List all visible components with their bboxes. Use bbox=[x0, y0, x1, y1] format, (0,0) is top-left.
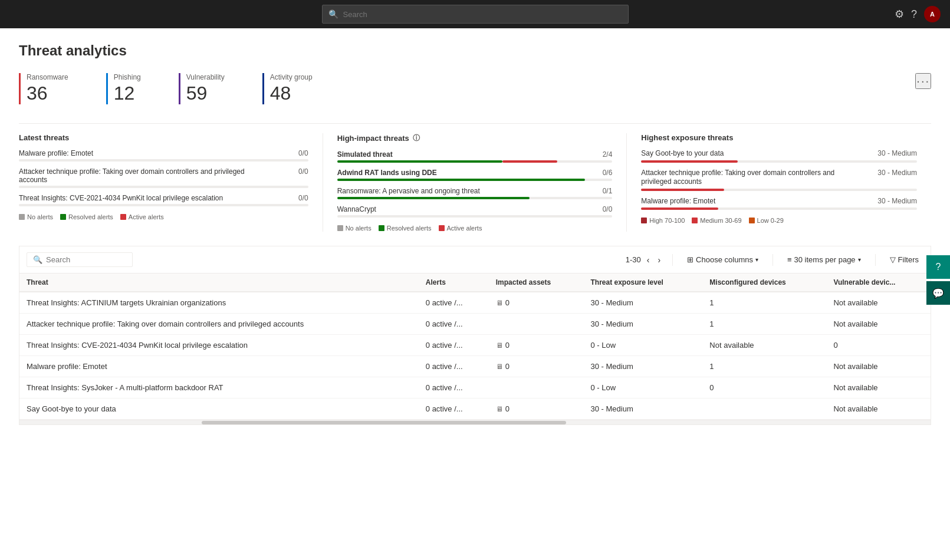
list-item: Simulated threat 2/4 bbox=[337, 150, 613, 163]
choose-columns-button[interactable]: ⊞ Choose columns ▾ bbox=[682, 253, 763, 266]
latest-legend: No alerts Resolved alerts Active alerts bbox=[19, 213, 308, 220]
threats-table: Threat Alerts Impacted assets Threat exp… bbox=[19, 274, 931, 420]
cell-alerts: 0 active /... bbox=[419, 356, 489, 377]
stat-phishing: Phishing 12 bbox=[106, 73, 160, 104]
feedback-button-1[interactable]: ? bbox=[926, 255, 950, 279]
ellipsis-menu-button[interactable]: ··· bbox=[915, 73, 931, 89]
cell-threat: Attacker technique profile: Taking over … bbox=[19, 314, 419, 335]
stat-phishing-label: Phishing bbox=[114, 73, 141, 81]
divider bbox=[875, 254, 876, 266]
cell-alerts: 0 active /... bbox=[419, 398, 489, 420]
cell-vulnerable: Not available bbox=[826, 314, 931, 335]
stat-vulnerability: Vulnerability 59 bbox=[179, 73, 244, 104]
list-icon: ≡ bbox=[787, 255, 792, 264]
cell-exposure: 30 - Medium bbox=[584, 314, 703, 335]
col-impacted[interactable]: Impacted assets bbox=[489, 274, 584, 292]
chevron-down-icon: ▾ bbox=[858, 256, 861, 263]
list-item: Adwind RAT lands using DDE 0/6 bbox=[337, 169, 613, 181]
stat-ransomware: Ransomware 36 bbox=[19, 73, 87, 104]
cell-threat[interactable]: Threat Insights: CVE-2021-4034 PwnKit lo… bbox=[19, 335, 419, 356]
col-exposure[interactable]: Threat exposure level bbox=[584, 274, 703, 292]
table-row: Threat Insights: CVE-2021-4034 PwnKit lo… bbox=[19, 335, 931, 356]
device-icon: 🖥 bbox=[496, 299, 503, 307]
cell-exposure: 0 - Low bbox=[584, 377, 703, 398]
filter-icon: ▽ bbox=[890, 255, 896, 264]
cell-threat: Malware profile: Emotet bbox=[19, 356, 419, 377]
cell-impacted: 🖥0 bbox=[489, 356, 584, 377]
latest-threats-section: Latest threats Malware profile: Emotet 0… bbox=[19, 133, 323, 232]
cell-threat[interactable]: Threat Insights: ACTINIUM targets Ukrain… bbox=[19, 292, 419, 314]
next-page-button[interactable]: › bbox=[655, 254, 663, 266]
threat-sections: Latest threats Malware profile: Emotet 0… bbox=[19, 123, 931, 232]
cell-impacted: 🖥0 bbox=[489, 335, 584, 356]
high-impact-section: High-impact threats ⓘ Simulated threat 2… bbox=[323, 133, 627, 232]
chevron-down-icon: ▾ bbox=[755, 256, 758, 263]
items-per-page-button[interactable]: ≡ 30 items per page ▾ bbox=[783, 253, 866, 266]
cell-alerts: 0 active /... bbox=[419, 292, 489, 314]
cell-exposure: 30 - Medium bbox=[584, 398, 703, 420]
stat-phishing-value: 12 bbox=[114, 83, 141, 104]
col-vulnerable[interactable]: Vulnerable devic... bbox=[826, 274, 931, 292]
stat-ransomware-value: 36 bbox=[27, 83, 68, 104]
cell-misconfigured: Not available bbox=[702, 335, 826, 356]
stat-vulnerability-label: Vulnerability bbox=[186, 73, 225, 81]
stat-vulnerability-value: 59 bbox=[186, 83, 225, 104]
cell-vulnerable: Not available bbox=[826, 377, 931, 398]
feedback-button-2[interactable]: 💬 bbox=[926, 281, 950, 305]
table-header-row: Threat Alerts Impacted assets Threat exp… bbox=[19, 274, 931, 292]
cell-impacted bbox=[489, 377, 584, 398]
col-alerts[interactable]: Alerts bbox=[419, 274, 489, 292]
stats-row: Ransomware 36 Phishing 12 Vulnerability … bbox=[19, 73, 931, 104]
filters-button[interactable]: ▽ Filters bbox=[885, 253, 923, 266]
stat-activity-label: Activity group bbox=[270, 73, 313, 81]
cell-misconfigured: 1 bbox=[702, 356, 826, 377]
page-title: Threat analytics bbox=[19, 42, 931, 59]
topbar: 🔍 ⚙ ? A bbox=[0, 0, 950, 28]
exposure-title: Highest exposure threats bbox=[641, 133, 917, 142]
global-search-input[interactable] bbox=[343, 10, 622, 19]
table-wrapper: Threat Alerts Impacted assets Threat exp… bbox=[19, 274, 931, 420]
global-search-box[interactable]: 🔍 bbox=[322, 5, 629, 24]
settings-button[interactable]: ⚙ bbox=[895, 8, 904, 21]
cell-alerts: 0 active /... bbox=[419, 377, 489, 398]
device-icon: 🖥 bbox=[496, 363, 503, 371]
info-icon: ⓘ bbox=[413, 133, 420, 143]
table-search-input[interactable] bbox=[46, 255, 126, 264]
main-content: Threat analytics Ransomware 36 Phishing … bbox=[0, 28, 950, 560]
list-item: Say Goot-bye to your data 30 - Medium bbox=[641, 149, 917, 163]
list-item: Malware profile: Emotet 30 - Medium bbox=[641, 197, 917, 210]
horizontal-scrollbar[interactable] bbox=[19, 420, 931, 424]
latest-threats-title: Latest threats bbox=[19, 133, 308, 142]
columns-icon: ⊞ bbox=[687, 255, 693, 264]
stat-ransomware-label: Ransomware bbox=[27, 73, 68, 81]
exposure-legend: High 70-100 Medium 30-69 Low 0-29 bbox=[641, 217, 917, 224]
cell-misconfigured: 1 bbox=[702, 292, 826, 314]
scrollbar-thumb[interactable] bbox=[202, 421, 566, 424]
list-item: WannaCrypt 0/0 bbox=[337, 205, 613, 218]
list-item: Threat Insights: CVE-2021-4034 PwnKit lo… bbox=[19, 194, 308, 206]
cell-alerts: 0 active /... bbox=[419, 335, 489, 356]
feedback-sidebar: ? 💬 bbox=[926, 255, 950, 305]
help-button[interactable]: ? bbox=[911, 8, 917, 21]
col-threat[interactable]: Threat bbox=[19, 274, 419, 292]
list-item: Ransomware: A pervasive and ongoing thre… bbox=[337, 187, 613, 199]
cell-vulnerable: Not available bbox=[826, 292, 931, 314]
pagination: 1-30 ‹ › bbox=[626, 254, 663, 266]
cell-threat[interactable]: Threat Insights: SysJoker - A multi-plat… bbox=[19, 377, 419, 398]
exposure-section: Highest exposure threats Say Goot-bye to… bbox=[627, 133, 931, 232]
cell-misconfigured bbox=[702, 398, 826, 420]
divider bbox=[773, 254, 773, 266]
topbar-right: ⚙ ? A bbox=[895, 6, 941, 22]
cell-exposure: 30 - Medium bbox=[584, 356, 703, 377]
cell-impacted: 🖥0 bbox=[489, 398, 584, 420]
table-search-box[interactable]: 🔍 bbox=[27, 252, 133, 267]
avatar[interactable]: A bbox=[924, 6, 941, 22]
list-item: Attacker technique profile: Taking over … bbox=[641, 169, 917, 191]
col-misconfigured[interactable]: Misconfigured devices bbox=[702, 274, 826, 292]
cell-vulnerable: Not available bbox=[826, 398, 931, 420]
divider bbox=[672, 254, 673, 266]
device-icon: 🖥 bbox=[496, 341, 503, 350]
cell-vulnerable: 0 bbox=[826, 335, 931, 356]
cell-misconfigured: 0 bbox=[702, 377, 826, 398]
prev-page-button[interactable]: ‹ bbox=[645, 254, 652, 266]
